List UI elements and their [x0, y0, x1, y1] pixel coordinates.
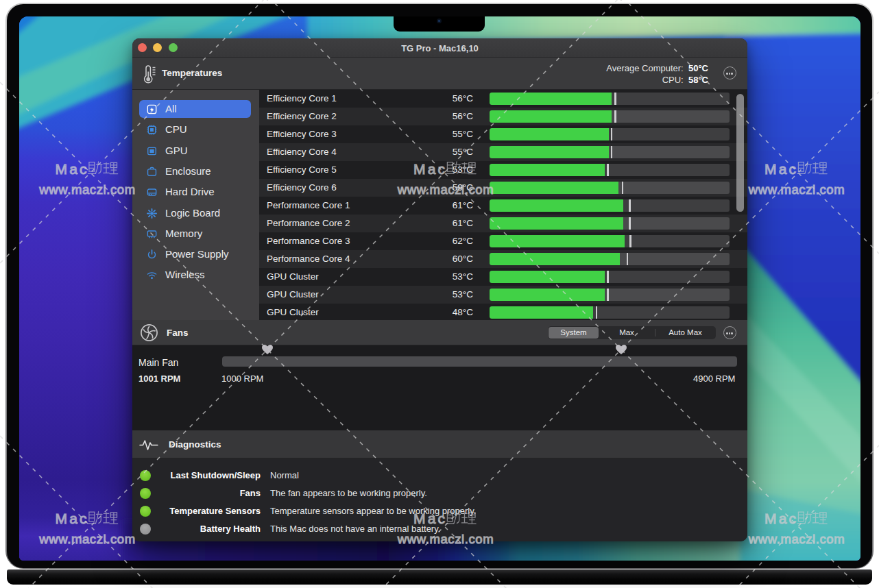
svg-text:Mac: Mac	[764, 161, 798, 177]
svg-text:www.maczl.com: www.maczl.com	[38, 182, 135, 197]
svg-text:www.maczl.com: www.maczl.com	[397, 182, 494, 197]
svg-text:Mac: Mac	[56, 161, 89, 177]
svg-text:www.maczl.com: www.maczl.com	[748, 532, 845, 546]
svg-text:Mac: Mac	[413, 511, 447, 526]
svg-text:Mac: Mac	[764, 511, 798, 526]
svg-text:www.maczl.com: www.maczl.com	[748, 182, 845, 197]
svg-text:www.maczl.com: www.maczl.com	[38, 532, 135, 546]
svg-text:Mac: Mac	[413, 161, 447, 177]
svg-text:www.maczl.com: www.maczl.com	[397, 532, 494, 546]
svg-text:Mac: Mac	[56, 511, 89, 526]
